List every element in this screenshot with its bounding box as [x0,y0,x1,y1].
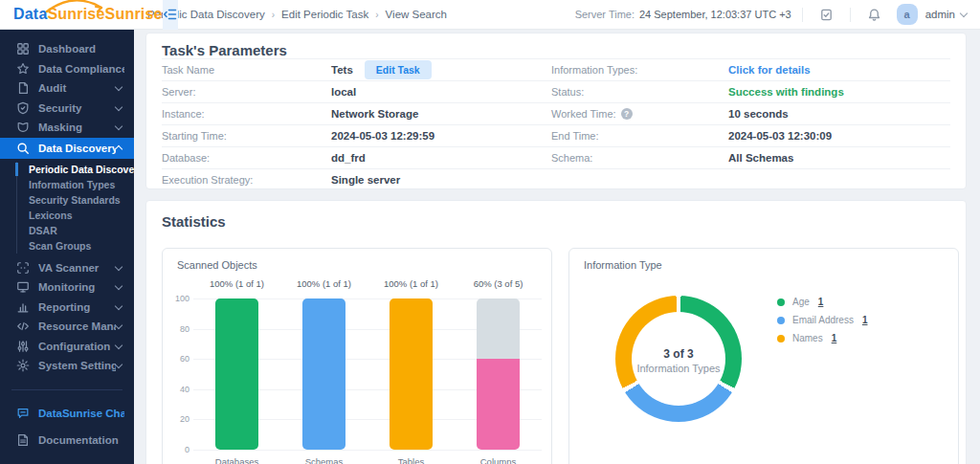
field-label: Instance: [162,108,331,120]
collapse-menu-icon [163,7,178,22]
main-content: Task's Parameters Task Name TetsEdit Tas… [134,31,980,464]
server-value: local [331,86,551,98]
security-shield-icon [16,101,30,115]
bar-segment [302,298,345,450]
sidebar-item-monitoring[interactable]: Monitoring [0,277,134,298]
param-row: Database: dd_frd Schema: All Schemas [162,146,950,168]
submenu-item-information-types[interactable]: Information Types [17,177,134,192]
user-avatar[interactable]: a [897,4,918,25]
breadcrumb-separator: › [272,10,275,20]
y-axis-tick-label: 40 [170,385,189,394]
code-brackets-icon [16,320,30,333]
param-row: Server: local Status: Success with findi… [162,80,950,102]
sidebar-item-system-settings[interactable]: System Settings [0,356,134,376]
submenu-item-lexicons[interactable]: Lexicons [17,208,134,223]
submenu-item-periodic-data-discovery[interactable]: Periodic Data Discovery [17,162,134,177]
legend-item: Names1 [777,329,867,347]
sidebar-item-dashboard[interactable]: Dashboard [0,39,134,59]
help-icon[interactable]: ? [621,108,633,120]
breadcrumb: Periodic Data Discovery › Edit Periodic … [147,9,447,20]
scanned-objects-chart: 020406080100100% (1 of 1)Databases100% (… [170,277,546,464]
chevron-down-icon [115,342,122,349]
chevron-down-icon [115,122,122,130]
legend-item: Email Address1 [777,311,867,329]
breadcrumb-item[interactable]: Edit Periodic Task [281,9,368,20]
user-menu-chevron-down-icon[interactable] [960,9,968,16]
tasks-clipboard-icon[interactable] [813,8,839,22]
scanned-objects-card: Scanned Objects 020406080100100% (1 of 1… [162,248,552,464]
legend-count-link[interactable]: 1 [818,297,824,307]
donut-center-label: 3 of 3Information Types [632,347,725,374]
sidebar-item-security[interactable]: Security [0,99,134,119]
field-label: Status: [551,86,728,98]
legend-color-dot [777,335,785,342]
sidebar-item-resource-manager[interactable]: Resource Manager [0,317,134,337]
x-axis-category-label: Columns [441,456,556,464]
starting-time-value: 2024-05-03 12:29:59 [331,130,551,142]
datasunrise-logo[interactable]: DataSunriseSunrise [0,6,163,23]
server-time-value: 24 September, 12:03:37 UTC +3 [639,9,791,20]
search-icon [16,142,30,155]
submenu-item-security-standards[interactable]: Security Standards [17,192,134,208]
legend-count-link[interactable]: 1 [832,333,837,343]
legend-color-dot [777,298,785,306]
notifications-bell-icon[interactable] [861,8,887,22]
chat-bubble-icon [16,407,30,420]
sidebar-item-data-discovery[interactable]: Data Discovery [0,138,134,159]
field-label: Server: [162,86,331,98]
sidebar-item-reporting[interactable]: Reporting [0,298,134,318]
bar-segment [477,359,520,450]
logo-bar: DataSunriseSunrise [0,0,134,30]
compliance-star-icon [16,62,30,76]
legend-color-dot [777,317,785,324]
masking-mask-icon [16,121,30,134]
reporting-bar-chart-icon [16,300,30,314]
sidebar-item-masking[interactable]: Masking [0,118,134,138]
schema-value: All Schemas [728,152,950,164]
chevron-down-icon [115,103,122,111]
param-row: Task Name TetsEdit Task Information Type… [162,58,950,80]
documentation-icon [16,433,30,447]
logo-word-data: Data [13,6,47,23]
end-time-value: 2024-05-03 12:30:09 [728,130,950,142]
submenu-item-scan-groups[interactable]: Scan Groups [17,238,134,254]
edit-task-button[interactable]: Edit Task [365,60,432,79]
gear-icon [16,359,30,372]
va-scanner-icon [16,261,30,275]
task-parameters-panel: Task's Parameters Task Name TetsEdit Tas… [145,33,967,189]
legend-count-link[interactable]: 1 [862,315,868,325]
sidebar-item-chat-bot[interactable]: DataSunrise Chat Bot [0,400,134,427]
submenu-item-dsar[interactable]: DSAR [17,223,134,238]
chevron-down-icon [115,321,122,329]
data-discovery-submenu: Periodic Data Discovery Information Type… [16,162,134,254]
database-value: dd_frd [331,152,551,164]
execution-strategy-value: Single server [331,174,551,186]
chevron-down-icon [115,83,122,91]
sidebar-collapse-button[interactable] [163,0,178,30]
sidebar-item-data-compliance[interactable]: Data Compliance [0,59,134,79]
statistics-panel: Statistics Scanned Objects 0204060801001… [145,200,967,464]
worked-time-value: 10 seconds [728,108,950,120]
sunrise-arc-icon [44,0,107,13]
field-label: Information Types: [551,64,728,76]
sidebar-item-va-scanner[interactable]: VA Scanner [0,258,134,278]
server-time-label: Server Time: [575,9,635,20]
field-label: End Time: [551,130,728,142]
sidebar: Dashboard Data Compliance Audit Security… [0,30,134,464]
chart-gridline [193,450,542,451]
chevron-down-icon [115,302,122,310]
field-label: Worked Time:? [551,108,728,120]
bar-value-label: 60% (3 of 5) [441,278,556,289]
chart-legend: Age1Email Address1Names1 [777,293,867,347]
click-for-details-link[interactable]: Click for details [728,64,950,76]
breadcrumb-item[interactable]: View Search [386,9,447,20]
sidebar-item-documentation[interactable]: Documentation [0,427,134,453]
field-label: Schema: [551,152,728,164]
sidebar-item-configuration[interactable]: Configuration [0,337,134,357]
sidebar-divider [11,389,122,390]
monitoring-display-icon [16,280,30,294]
field-label: Execution Strategy: [162,174,331,186]
chevron-up-icon [115,145,122,153]
sidebar-item-audit[interactable]: Audit [0,78,134,99]
legend-item: Age1 [777,293,867,311]
